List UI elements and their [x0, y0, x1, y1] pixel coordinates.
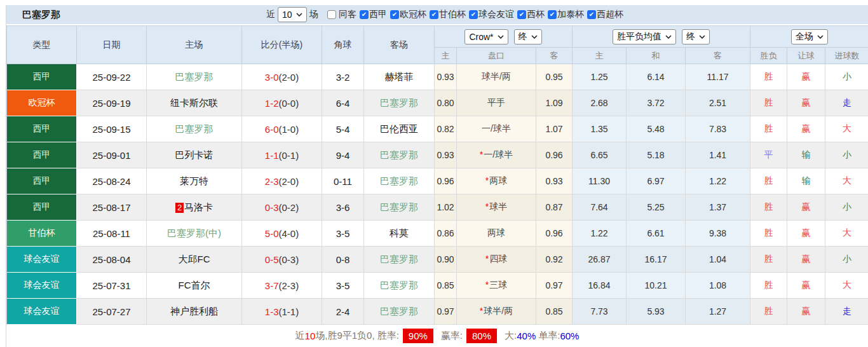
avg-draw-odds-cell: 3.72	[627, 90, 686, 116]
handicap-result-cell: 输	[787, 168, 825, 194]
handicap-odds-away-cell: 0.95	[536, 64, 573, 90]
date-cell: 25-08-11	[77, 221, 147, 247]
checkbox-checked-icon[interactable]: ✔	[587, 10, 596, 19]
corners-cell: 3-5	[322, 221, 364, 247]
league-filter-label: 西杯	[527, 9, 545, 20]
date-cell: 25-07-31	[77, 273, 147, 299]
avg-home-odds-cell: 7.64	[573, 194, 627, 221]
handicap-result-cell: 赢	[787, 221, 825, 247]
handicap-odds-home-cell: 0.93	[435, 142, 457, 168]
league-filter-label: 西甲	[369, 9, 387, 20]
league-filter: ✔西甲	[356, 9, 387, 20]
result-cell: 胜	[750, 194, 787, 221]
corners-cell: 3-5	[322, 273, 364, 299]
date-cell: 25-08-04	[77, 247, 147, 273]
avg-draw-odds-cell: 5.18	[627, 142, 686, 168]
date-cell: 25-09-15	[77, 116, 147, 142]
date-cell: 25-09-01	[77, 142, 147, 168]
score-fulltime: 3-7	[265, 280, 279, 291]
checkbox-checked-icon[interactable]: ✔	[548, 10, 557, 19]
handicap-line-cell: *一/球半	[457, 142, 536, 168]
handicap-result-cell: 赢	[787, 247, 825, 273]
away-team-cell: 巴塞罗那	[364, 273, 435, 299]
recent-count-select[interactable]: 10	[278, 7, 307, 22]
score-fulltime: 3-0	[265, 72, 279, 83]
win-rate-label: 胜率:	[377, 330, 399, 342]
summary-record: 场,胜9平1负0,	[315, 330, 374, 342]
odds-time-select-2[interactable]: 终	[682, 29, 710, 44]
type-cell: 西甲	[7, 194, 77, 221]
column-header-corners: 角球	[322, 26, 364, 64]
checkbox-checked-icon[interactable]: ✔	[517, 10, 526, 19]
league-filter: ✔加泰杯	[545, 9, 584, 20]
handicap-odds-away-cell: 0.93	[536, 168, 573, 194]
checkbox-checked-icon[interactable]: ✔	[360, 10, 369, 19]
avg-draw-odds-cell: 10.21	[627, 273, 686, 299]
same-away-label: 同客	[339, 9, 356, 20]
match-row: 西甲 25-09-01 巴列卡诺 1-1(0-1) 9-4 巴塞罗那 0.93 …	[7, 142, 868, 168]
away-team-cell: 巴塞罗那	[364, 142, 435, 168]
score-halftime: (2-3)	[279, 280, 299, 291]
handicap-odds-home-cell: 0.82	[435, 116, 457, 142]
avg-draw-odds-cell: 6.97	[627, 168, 686, 194]
avg-home-odds-cell: 7.73	[573, 299, 627, 325]
checkbox-checked-icon[interactable]: ✔	[390, 10, 399, 19]
handicap-line-cell: 两球	[457, 221, 536, 247]
home-team-cell: 2马洛卡	[147, 194, 242, 221]
recent-label: 近	[266, 9, 275, 20]
date-cell: 25-09-19	[77, 90, 147, 116]
handicap-result-cell: 赢	[787, 90, 825, 116]
handicap-odds-home-cell: 0.96	[435, 168, 457, 194]
league-filter: ✔欧冠杯	[387, 9, 426, 20]
home-team-cell: 莱万特	[147, 168, 242, 194]
corners-cell: 0-11	[322, 168, 364, 194]
avg-home-odds-cell: 1.35	[573, 116, 627, 142]
chevron-down-icon	[817, 35, 824, 39]
away-team-cell: 巴塞罗那	[364, 247, 435, 273]
league-filter: ✔球会友谊	[466, 9, 514, 20]
match-row: 西甲 25-09-22 巴塞罗那 3-0(2-0) 3-2 赫塔菲 0.93 球…	[7, 64, 868, 90]
goals-result-cell: 走	[825, 299, 868, 325]
team-title: 巴塞罗那	[6, 9, 60, 21]
match-row: 欧冠杯 25-09-19 纽卡斯尔联 1-2(0-0) 6-4 巴塞罗那 0.8…	[7, 90, 868, 116]
result-cell: 胜	[750, 299, 787, 325]
handicap-odds-away-cell: 1.09	[536, 90, 573, 116]
result-cell: 胜	[750, 168, 787, 194]
checkbox-checked-icon[interactable]: ✔	[430, 10, 438, 19]
score-halftime: (1-1)	[279, 306, 299, 317]
type-cell: 球会友谊	[7, 299, 77, 325]
odds-company-select[interactable]: Crow*	[465, 29, 508, 44]
goals-result-cell: 小	[825, 194, 868, 221]
corners-cell: 3-6	[322, 194, 364, 221]
goals-result-cell: 小	[825, 247, 868, 273]
score-fulltime: 2-3	[265, 176, 279, 187]
odds-time-select-1[interactable]: 终	[514, 29, 542, 44]
home-team-cell: 巴塞罗那(中)	[147, 221, 242, 247]
odds-company-value: Crow*	[469, 32, 493, 42]
league-filter: ✔甘伯杯	[426, 9, 466, 20]
subcolumn-header-avg-draw: 和	[627, 48, 686, 64]
handicap-rate-badge: 80%	[466, 329, 497, 343]
scope-select[interactable]: 全场	[791, 29, 828, 44]
column-header-home: 主场	[147, 26, 242, 64]
corners-cell: 9-4	[322, 142, 364, 168]
same-away-checkbox[interactable]	[327, 10, 336, 19]
handicap-odds-away-cell: 0.96	[536, 221, 573, 247]
handicap-line-cell: *四球	[457, 247, 536, 273]
score-fulltime: 6-0	[265, 124, 279, 135]
chevron-down-icon	[699, 35, 705, 39]
handicap-line-cell: *两球	[457, 168, 536, 194]
checkbox-checked-icon[interactable]: ✔	[469, 10, 478, 19]
avg-draw-odds-cell: 16.17	[627, 247, 686, 273]
match-row: 西甲 25-08-24 莱万特 2-3(2-0) 0-11 巴塞罗那 0.96 …	[7, 168, 868, 194]
goals-result-cell: 大	[825, 116, 868, 142]
avg-type-select[interactable]: 胜平负均值	[613, 29, 676, 44]
score-cell: 1-3(1-1)	[242, 299, 322, 325]
goals-result-cell: 走	[825, 90, 868, 116]
star-marker: *	[480, 149, 483, 160]
type-cell: 西甲	[7, 116, 77, 142]
subcolumn-header-handicap: 盘口	[457, 48, 536, 64]
type-cell: 西甲	[7, 64, 77, 90]
corners-cell: 0-8	[322, 247, 364, 273]
match-table: 类型 日期 主场 比分(半场) 角球 客场 Crow* 终	[6, 25, 868, 325]
